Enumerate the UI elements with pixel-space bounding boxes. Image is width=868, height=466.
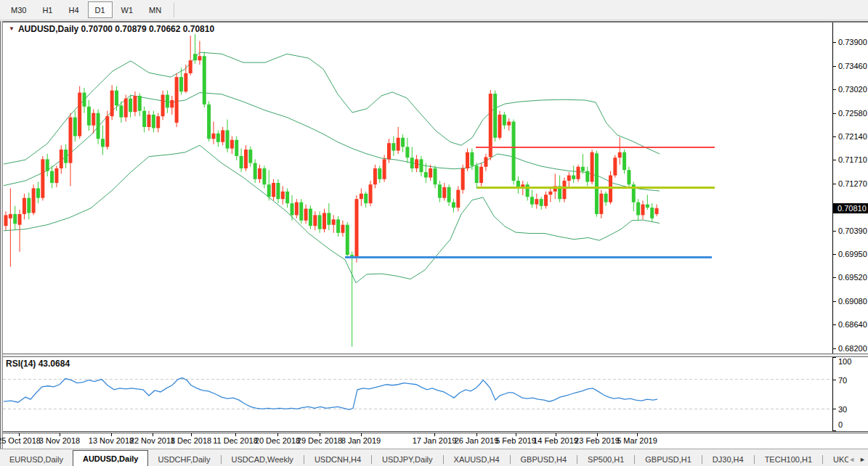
price-axis-tick <box>833 66 836 67</box>
date-axis-label: 25 Oct 2018 <box>0 436 41 445</box>
candle-body <box>299 203 303 221</box>
candle-body <box>291 203 294 215</box>
tab-scroll-right-icon[interactable]: ► <box>859 456 866 463</box>
candle-body <box>613 158 617 175</box>
candle-body <box>166 95 169 108</box>
price-axis-tick <box>833 184 836 184</box>
chart-tab-bar: EURUSD,DailyAUDUSD,DailyUSDCHF,DailyUSDC… <box>0 449 868 466</box>
candle-body <box>216 134 220 142</box>
price-chart-pane[interactable]: ▼ AUDUSD,Daily 0.70700 0.70879 0.70662 0… <box>3 23 832 353</box>
candle-body <box>655 208 659 214</box>
candle-body <box>54 168 58 183</box>
candle-body <box>397 138 400 151</box>
candle-body <box>636 203 640 216</box>
candle-body <box>36 188 40 197</box>
chart-tab-dj30-h4[interactable]: DJ30,H4 <box>703 452 753 466</box>
candle-body <box>64 150 68 163</box>
candle-body <box>354 199 358 258</box>
candle-body <box>258 168 261 179</box>
tab-separator <box>510 455 511 464</box>
chart-tab-xauusd-h4[interactable]: XAUUSD,H4 <box>445 452 509 466</box>
candle-body <box>475 165 479 183</box>
date-axis-label: 5 Mar 2019 <box>617 436 657 445</box>
timeframe-button-d1[interactable]: D1 <box>88 1 113 18</box>
candle-body <box>152 115 155 128</box>
candle-body <box>540 199 543 206</box>
candle-body <box>378 168 381 179</box>
horizontal-lines <box>345 147 715 257</box>
candle-body <box>207 105 211 139</box>
candle-body <box>230 140 234 149</box>
chart-tab-audusd-daily[interactable]: AUDUSD,Daily <box>73 450 148 466</box>
candle-body <box>13 214 17 224</box>
chart-tab-eurusd-daily[interactable]: EURUSD,Daily <box>0 452 73 466</box>
candle-body <box>438 184 442 198</box>
timeframe-button-m30[interactable]: M30 <box>4 1 33 18</box>
candle-body <box>461 168 465 190</box>
candle-body <box>622 152 626 170</box>
candle-body <box>383 159 386 179</box>
price-axis[interactable]: 0.739000.734600.730200.725800.721400.717… <box>832 23 868 353</box>
chart-tab-usdcnh-h4[interactable]: USDCNH,H4 <box>305 452 370 466</box>
price-axis-tick <box>833 160 836 160</box>
candle-body <box>434 168 437 184</box>
tab-separator <box>822 455 823 464</box>
price-axis-label: 0.71710 <box>838 155 867 164</box>
candle-body <box>189 60 192 73</box>
price-axis-label: 0.68200 <box>838 344 867 353</box>
candle-body <box>32 188 36 213</box>
timeframe-button-mn[interactable]: MN <box>142 1 169 18</box>
symbol-dropdown-icon: ▼ <box>9 26 15 32</box>
metatrader-app: M30H1H4D1W1MN ▼ AUDUSD,Daily 0.70700 0.7… <box>0 0 868 466</box>
rsi-line <box>4 378 657 410</box>
date-axis-label: 11 Dec 2018 <box>213 436 258 445</box>
candle-body <box>211 134 215 139</box>
candle-body <box>498 115 501 138</box>
rsi-indicator-pane[interactable]: RSI(14) 43.0684 <box>3 357 832 431</box>
date-axis-label: 3 Nov 2018 <box>39 436 80 445</box>
candle-body <box>175 77 179 123</box>
candle-body <box>142 111 146 127</box>
tab-separator <box>443 455 444 464</box>
candle-body <box>530 197 534 204</box>
chart-tab-usdjpy-daily[interactable]: USDJPY,Daily <box>373 452 442 466</box>
candle-body <box>595 153 599 214</box>
candle-body <box>276 183 280 199</box>
toolbar-separator <box>174 3 174 17</box>
chart-tab-tech100-h1[interactable]: TECH100,H1 <box>755 452 822 466</box>
timeframe-button-h4[interactable]: H4 <box>61 1 86 18</box>
date-axis-label: 14 Feb 2019 <box>533 436 578 445</box>
candle-body <box>193 54 197 60</box>
rsi-chart-svg[interactable] <box>3 357 832 431</box>
price-axis-label: 0.70390 <box>838 226 867 235</box>
candle-body <box>267 184 271 197</box>
candle-body <box>410 158 414 168</box>
candle-body <box>604 194 608 203</box>
chart-tab-gbpusd-h4[interactable]: GBPUSD,H4 <box>511 452 577 466</box>
price-chart-svg[interactable] <box>3 23 832 353</box>
chart-tab-ukc[interactable]: UKC <box>824 452 848 466</box>
candle-body <box>281 192 285 199</box>
candle-body <box>313 215 317 226</box>
timeframe-button-w1[interactable]: W1 <box>114 1 141 18</box>
date-axis[interactable]: 25 Oct 20183 Nov 201813 Nov 201822 Nov 2… <box>3 433 868 449</box>
candle-body <box>133 96 137 112</box>
timeframe-button-h1[interactable]: H1 <box>35 1 60 18</box>
rsi-axis-tick <box>833 409 836 409</box>
chart-tab-sp500-h1[interactable]: SP500,H1 <box>578 452 633 466</box>
chart-tab-gbpusd-h1[interactable]: GBPUSD,H1 <box>636 452 701 466</box>
price-axis-label: 0.72580 <box>838 109 867 118</box>
candle-body <box>401 138 405 147</box>
chart-tab-usdchf-daily[interactable]: USDCHF,Daily <box>148 452 219 466</box>
tab-separator <box>702 455 702 464</box>
chart-tab-usdcad-weekly[interactable]: USDCAD,Weekly <box>222 452 303 466</box>
candle-body <box>60 150 63 168</box>
candle-body <box>627 170 630 184</box>
candle-body <box>503 115 506 126</box>
price-axis-tick <box>833 324 836 325</box>
current-price-label: 0.70810 <box>833 203 868 213</box>
chart-title: ▼ AUDUSD,Daily 0.70700 0.70879 0.70662 0… <box>9 24 214 34</box>
tab-scroll-left-icon[interactable]: ◄ <box>848 456 855 463</box>
candle-body <box>650 208 654 218</box>
price-axis-tick <box>833 348 836 349</box>
